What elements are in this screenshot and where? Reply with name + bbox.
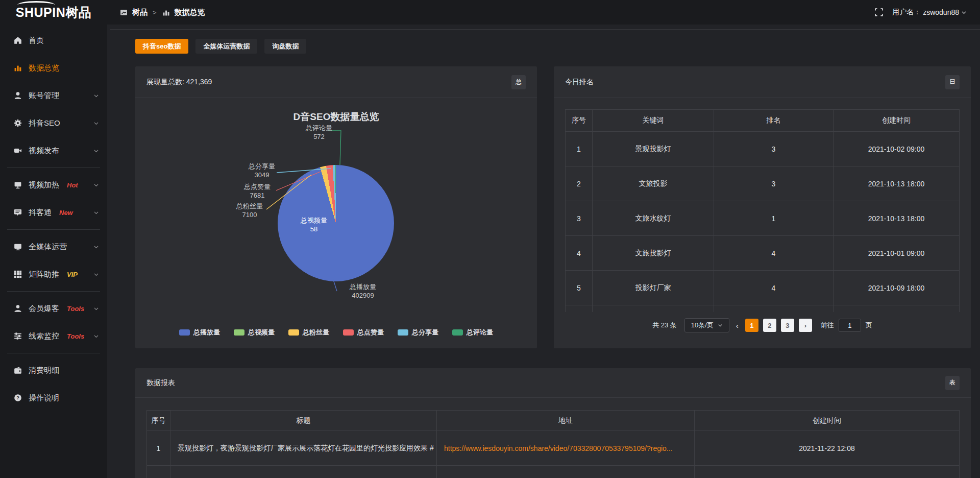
table-header-row: 序号 标题 地址 创建时间 [147, 411, 960, 431]
video-title-cell: 景观投影灯，夜游景观投影灯厂家展示展示落花灯在花园里的灯光投影应用效果 # [170, 431, 437, 466]
today-ranking-panel: 今日排名 日 序号 关键词 排名 创建时间 1景观投影灯32021-10-02 … [554, 66, 971, 348]
pie-label-videos: 总视频量58 [298, 216, 330, 233]
sidebar-item-doketong[interactable]: 抖客通 New [0, 199, 107, 226]
table-row: 5投影灯厂家42021-10-09 18:00 [566, 271, 960, 305]
tab-douyin-seo[interactable]: 抖音seo数据 [135, 39, 188, 54]
fullscreen-icon[interactable] [874, 8, 883, 17]
header-divider [110, 29, 980, 30]
sidebar-item-lead-monitor[interactable]: 线索监控 Tools [0, 322, 107, 350]
svg-text:?: ? [16, 395, 19, 400]
monitor-icon [13, 243, 22, 251]
goto-suffix: 页 [866, 321, 872, 330]
legend-swatch [288, 329, 299, 336]
home-icon [13, 36, 22, 45]
vip-badge: VIP [67, 271, 78, 278]
page-button-2[interactable]: 2 [763, 319, 776, 332]
legend-item-likes[interactable]: 总点赞量 [343, 328, 384, 337]
pie-label-shares: 总分享量3049 [246, 162, 278, 179]
table-row-partial [147, 466, 960, 478]
sidebar-item-account[interactable]: 账号管理 [0, 82, 107, 109]
chart-title: D音SEO数据量总览 [135, 110, 537, 124]
sidebar-item-label: 线索监控 [29, 331, 59, 341]
col-index: 序号 [566, 110, 593, 132]
report-title: 数据报表 [146, 378, 175, 388]
sidebar-item-label: 会员爆客 [29, 304, 59, 314]
sidebar-item-label: 操作说明 [29, 393, 59, 403]
app-square-icon [119, 8, 128, 17]
sidebar-item-member-burst[interactable]: 会员爆客 Tools [0, 295, 107, 322]
next-page-button[interactable]: › [799, 319, 812, 332]
sidebar-item-video-heat[interactable]: 视频加热 Hot [0, 171, 107, 199]
day-view-button[interactable]: 日 [945, 75, 960, 89]
username-label: 用户名： [892, 8, 921, 17]
pie-label-plays: 总播放量402909 [338, 282, 387, 300]
sidebar-nav: 首页 数据总览 账号管理 抖音SEO 视频发布 视频加热 Hot 抖客通 New… [0, 25, 107, 478]
app-logo[interactable]: SHUPIN树品 [0, 0, 107, 25]
sidebar-item-home[interactable]: 首页 [0, 27, 107, 54]
top-header: SHUPIN树品 树品 > 数据总览 用户名： zswodun88 [0, 0, 980, 25]
sidebar-item-matrix-boost[interactable]: 矩阵助推 VIP [0, 260, 107, 288]
table-row-partial [566, 305, 960, 313]
seo-chart-panel: 展现量总数: 421,369 总 D音SEO数据量总览 总评论量572 总分享量… [135, 66, 537, 348]
chevron-down-icon [718, 323, 723, 328]
sidebar-item-label: 全媒体运营 [29, 242, 67, 252]
legend-swatch [234, 329, 244, 336]
sliders-icon [13, 332, 22, 341]
user-menu[interactable]: 用户名： zswodun88 [892, 8, 967, 17]
chevron-down-icon [93, 243, 99, 251]
pie-label-fans: 总粉丝量7100 [233, 202, 266, 219]
chevron-down-icon [93, 147, 99, 155]
legend-swatch [398, 329, 408, 336]
legend-item-fans[interactable]: 总粉丝量 [288, 328, 329, 337]
tab-inquiry[interactable]: 询盘数据 [264, 39, 306, 54]
breadcrumb: 树品 > 数据总览 [119, 8, 205, 17]
sidebar-item-label: 矩阵助推 [29, 270, 59, 279]
table-row: 2文旅投影32021-10-13 18:00 [566, 166, 960, 201]
sidebar-item-spending-detail[interactable]: 消费明细 [0, 356, 107, 384]
col-index: 序号 [147, 411, 170, 431]
ranking-title: 今日排名 [565, 78, 594, 87]
pie-chart-area: D音SEO数据量总览 总评论量572 总分享量3049 总点赞量7681 总粉丝… [135, 98, 537, 348]
page-size-select[interactable]: 10条/页 [684, 318, 729, 332]
sidebar-divider [7, 291, 100, 292]
table-row: 1 景观投影灯，夜游景观投影灯厂家展示展示落花灯在花园里的灯光投影应用效果 # … [147, 431, 960, 466]
new-badge: New [59, 209, 73, 217]
member-icon [13, 304, 22, 313]
sidebar-item-douyin-seo[interactable]: 抖音SEO [0, 109, 107, 137]
col-created-time: 创建时间 [834, 110, 960, 132]
legend-item-shares[interactable]: 总分享量 [398, 328, 438, 337]
total-count: 共 23 条 [652, 321, 677, 330]
sidebar-item-label: 视频发布 [29, 146, 59, 156]
sidebar-item-label: 账号管理 [29, 91, 59, 101]
page-button-3[interactable]: 3 [781, 319, 794, 332]
total-view-button[interactable]: 总 [511, 75, 526, 89]
pie-chart[interactable] [278, 165, 394, 281]
page-button-1[interactable]: 1 [745, 319, 758, 332]
prev-page-button[interactable]: ‹ [734, 321, 741, 330]
video-camera-icon [13, 147, 22, 155]
sidebar-item-data-overview[interactable]: 数据总览 [0, 54, 107, 82]
username-value: zswodun88 [923, 8, 959, 16]
chevron-down-icon [93, 304, 99, 313]
legend-item-plays[interactable]: 总播放量 [179, 328, 220, 337]
table-view-button[interactable]: 表 [945, 376, 960, 390]
sidebar-item-video-publish[interactable]: 视频发布 [0, 137, 107, 164]
grid-icon [13, 270, 22, 279]
sidebar-item-omnimedia[interactable]: 全媒体运营 [0, 233, 107, 260]
breadcrumb-root[interactable]: 树品 [132, 8, 148, 17]
user-icon [13, 91, 22, 100]
col-keyword: 关键词 [593, 110, 714, 132]
hot-badge: Hot [67, 181, 78, 189]
legend-item-comments[interactable]: 总评论量 [452, 328, 493, 337]
goto-page-input[interactable] [839, 319, 861, 332]
tools-badge: Tools [67, 305, 84, 313]
breadcrumb-current[interactable]: 数据总览 [175, 8, 205, 17]
table-row: 1景观投影灯32021-10-02 09:00 [566, 132, 960, 166]
sidebar-item-help[interactable]: ? 操作说明 [0, 384, 107, 412]
data-source-tabs: 抖音seo数据 全媒体运营数据 询盘数据 [135, 39, 306, 54]
chevron-down-icon [961, 10, 967, 15]
tools-badge: Tools [67, 332, 84, 340]
video-url-link[interactable]: https://www.iesdouyin.com/share/video/70… [444, 444, 673, 452]
legend-item-videos[interactable]: 总视频量 [234, 328, 275, 337]
tab-omnimedia[interactable]: 全媒体运营数据 [195, 39, 257, 54]
